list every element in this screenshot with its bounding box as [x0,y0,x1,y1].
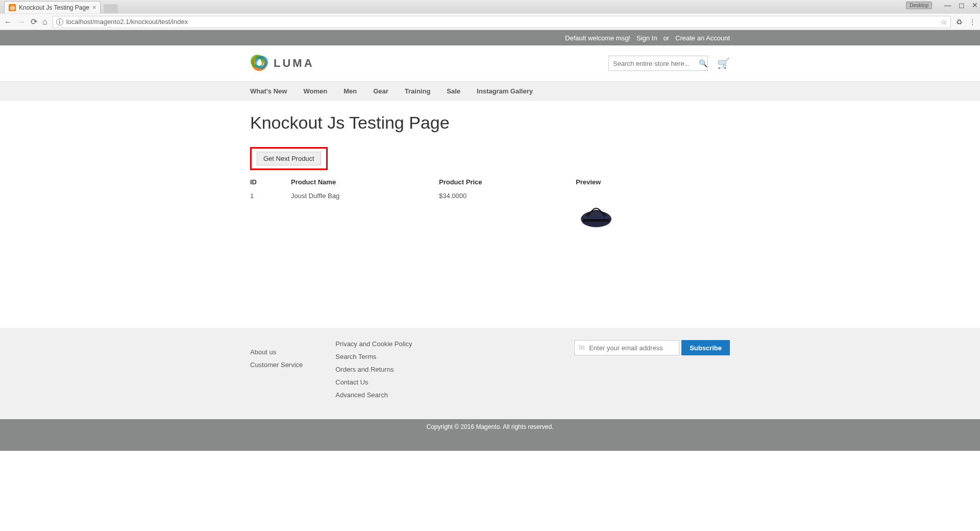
xampp-favicon-icon: ⨂ [9,4,16,11]
nav-item-whats-new[interactable]: What's New [250,87,287,95]
footer-link-contact[interactable]: Contact Us [335,378,574,386]
header-preview: Preview [576,178,730,186]
or-text: or [663,34,669,42]
product-table: ID Product Name Product Price Preview 1 … [250,175,730,236]
table-header-row: ID Product Name Product Price Preview [250,175,730,189]
get-next-product-button[interactable]: Get Next Product [257,152,321,165]
minimize-icon[interactable]: — [944,1,951,9]
browser-chrome: ⨂ Knockout Js Testing Page × Desktop — ◻… [0,0,980,30]
omnibox[interactable]: i ☆ [53,16,951,28]
address-bar: ← → ⟳ ⌂ i ☆ ♻ ⋮ [0,13,980,30]
header-price: Product Price [439,178,576,186]
footer-link-search-terms[interactable]: Search Terms [335,353,574,360]
cell-price: $34.0000 [439,192,576,233]
footer-subscribe: ✉ Subscribe [574,340,730,399]
header-name: Product Name [291,178,439,186]
footer-link-orders[interactable]: Orders and Returns [335,366,574,373]
url-input[interactable] [66,18,938,26]
main-nav: What's New Women Men Gear Training Sale … [0,81,980,101]
sign-in-link[interactable]: Sign In [636,34,657,42]
footer-link-customer-service[interactable]: Customer Service [250,361,335,369]
footer-link-privacy[interactable]: Privacy and Cookie Policy [335,340,574,348]
close-window-icon[interactable]: ✕ [972,1,978,9]
welcome-message: Default welcome msg! [565,34,630,42]
desktop-badge: Desktop [906,2,932,9]
newsletter-email-box[interactable]: ✉ [574,340,679,355]
nav-item-sale[interactable]: Sale [447,87,460,95]
nav-item-gear[interactable]: Gear [373,87,388,95]
reload-icon[interactable]: ⟳ [31,17,37,27]
new-tab-button[interactable] [104,4,118,13]
header-main: LUMA 🔍 🛒 [0,45,980,81]
table-row: 1 Joust Duffle Bag $34.0000 [250,189,730,236]
footer: About us Customer Service Privacy and Co… [0,328,980,419]
newsletter-email-input[interactable] [589,344,675,352]
svg-rect-6 [583,219,609,222]
footer-col-2: Privacy and Cookie Policy Search Terms O… [335,340,574,399]
cell-name: Joust Duffle Bag [291,192,439,233]
nav-item-instagram[interactable]: Instagram Gallery [477,87,533,95]
forward-icon[interactable]: → [17,17,26,27]
home-icon[interactable]: ⌂ [42,17,47,27]
cart-icon[interactable]: 🛒 [717,57,730,69]
back-icon[interactable]: ← [4,17,12,27]
footer-col-1: About us Customer Service [250,340,335,399]
create-account-link[interactable]: Create an Account [675,34,730,42]
main-content: Knockout Js Testing Page Get Next Produc… [242,113,738,236]
menu-icon[interactable]: ⋮ [969,18,976,26]
search-icon[interactable]: 🔍 [699,59,707,67]
search-box[interactable]: 🔍 [608,56,708,71]
window-controls: Desktop — ◻ ✕ [906,1,978,9]
logo[interactable]: LUMA [250,54,314,73]
search-input[interactable] [613,60,699,67]
nav-item-men[interactable]: Men [344,87,357,95]
tab-title: Knockout Js Testing Page [19,4,89,11]
copyright-bar: Copyright © 2016 Magento. All rights res… [0,419,980,451]
bookmark-star-icon[interactable]: ☆ [941,18,947,26]
info-icon[interactable]: i [56,18,63,26]
page-title: Knockout Js Testing Page [250,113,730,133]
luma-logo-icon [250,54,268,73]
abp-icon[interactable]: ♻ [956,18,963,26]
svg-point-3 [257,61,262,66]
cell-id: 1 [250,192,291,233]
cell-preview [576,192,730,233]
header-id: ID [250,178,291,186]
mail-icon: ✉ [579,344,585,352]
logo-text: LUMA [274,57,314,70]
close-tab-icon[interactable]: × [92,4,96,11]
browser-tab[interactable]: ⨂ Knockout Js Testing Page × [4,1,101,13]
header-panel: Default welcome msg! Sign In or Create a… [0,30,980,45]
tab-bar: ⨂ Knockout Js Testing Page × Desktop — ◻… [0,0,980,13]
footer-link-advanced-search[interactable]: Advanced Search [335,391,574,399]
subscribe-button[interactable]: Subscribe [681,340,730,355]
nav-item-training[interactable]: Training [405,87,431,95]
maximize-icon[interactable]: ◻ [959,1,965,9]
product-preview-image [576,192,617,233]
footer-link-about[interactable]: About us [250,348,335,356]
highlighted-button-frame: Get Next Product [250,147,328,170]
nav-item-women[interactable]: Women [303,87,327,95]
copyright-text: Copyright © 2016 Magento. All rights res… [427,423,554,430]
